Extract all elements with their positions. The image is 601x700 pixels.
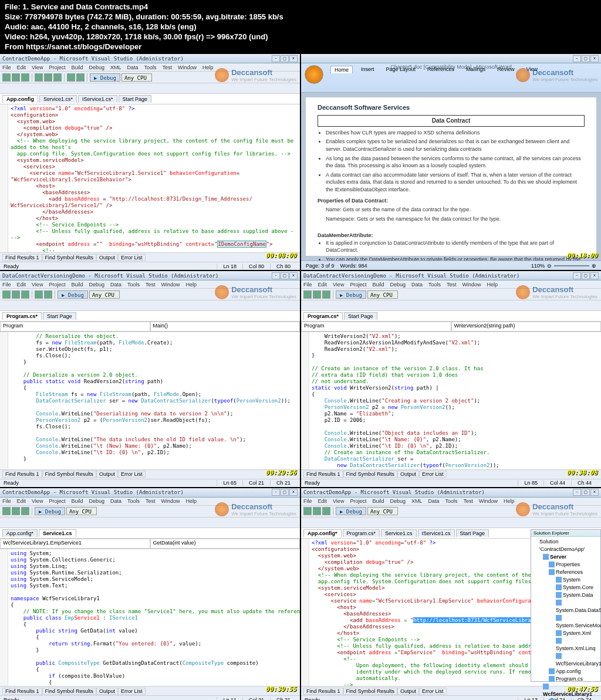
watermark: DeccansoftWe Impart Future Technologies [215,68,296,82]
run-button[interactable]: ▶ Debug [90,73,120,82]
redo-icon[interactable] [76,73,85,82]
minimize-icon[interactable]: - [573,55,581,62]
bottom-tabs[interactable]: Find Results 1Find Symbol ResultsOutputE… [0,252,300,262]
logo-icon [215,68,229,82]
status-bar: ReadyLn 18Col 80Ch 80 [0,262,300,270]
maximize-icon[interactable]: □ [281,55,289,62]
close-icon[interactable]: × [590,55,599,62]
open-icon[interactable] [12,73,20,82]
window-titlebar[interactable]: DataContractVersioningDemo - Microsoft V… [0,271,300,280]
timestamp: 00:18:00 [566,252,597,259]
office-button[interactable] [305,65,323,84]
toolbar-secondary[interactable] [0,83,300,94]
bullet-list: Describes how CLR types are mapped to XS… [326,129,585,194]
bullet-list: It is applied in conjunction to DataCont… [326,239,585,261]
logo-icon [516,68,530,82]
csharp-editor[interactable]: // Reserialize the object. fs = new File… [0,332,300,469]
xml-editor[interactable]: <?xml version="1.0" encoding="utf-8" ?> … [0,104,300,252]
solution-explorer[interactable]: Solution Explorer Solution 'ContractDemo… [531,529,601,682]
csharp-editor[interactable]: WriteVersion2("V2.xml"); ReadVersion2AsV… [301,332,601,469]
tab-appconfig[interactable]: App.config [2,95,38,103]
window-titlebar[interactable]: ContractDemoApp - Microsoft Visual Studi… [0,54,300,63]
class-dropdown[interactable]: Program [0,322,150,332]
paste-icon[interactable] [53,73,62,82]
word-status-bar: Page: 3 of 9Words: 984110%⊖⊕ [301,261,601,270]
word-pane: -□× Chapter5.doc [Compatibility Mode] - … [301,54,601,270]
file-info-header: File: 1. Service and Data Contracts.mp4 … [0,0,601,54]
vs-pane-appconfig: ContractDemoApp - Microsoft Visual Studi… [0,54,300,270]
vs-pane-appconfig2: ContractDemoApp - Microsoft Visual Studi… [301,488,601,700]
close-icon[interactable]: × [289,55,298,62]
document-tabs[interactable]: App.configService1.cs*IService1.cs*Start… [0,94,300,104]
timestamp: 00:08:00 [265,252,296,259]
cut-icon[interactable] [35,73,43,82]
undo-icon[interactable] [67,73,75,82]
section-title: Data Contract [318,115,585,127]
csharp-editor[interactable]: using System; using System.Collections.G… [0,549,300,687]
page-title: Deccansoft Software Services [318,103,585,112]
minimize-icon[interactable]: - [272,55,280,62]
word-document-area[interactable]: Deccansoft Software Services Data Contra… [301,93,601,261]
save-icon[interactable] [21,73,29,82]
window-titlebar[interactable]: -□× [301,54,601,63]
word-page[interactable]: Deccansoft Software Services Data Contra… [306,97,596,256]
vs-pane-program1: DataContractVersioningDemo - Microsoft V… [0,271,300,487]
method-dropdown[interactable]: Main() [150,322,300,332]
copy-icon[interactable] [44,73,52,82]
vs-pane-program2: DataContractVersioningDemo - Microsoft V… [301,271,601,487]
new-icon[interactable] [2,73,11,82]
watermark: DeccansoftWe Impart Future Technologies [516,68,597,82]
platform-dropdown[interactable]: Any CPU [121,73,152,82]
tree-node[interactable]: Solution 'ContractDemoApp' [532,538,599,553]
document-tabs[interactable]: Program.cs*Start Page [0,311,300,322]
vs-pane-service1: ContractDemoApp - Microsoft Visual Studi… [0,488,300,700]
maximize-icon[interactable]: □ [582,55,590,62]
